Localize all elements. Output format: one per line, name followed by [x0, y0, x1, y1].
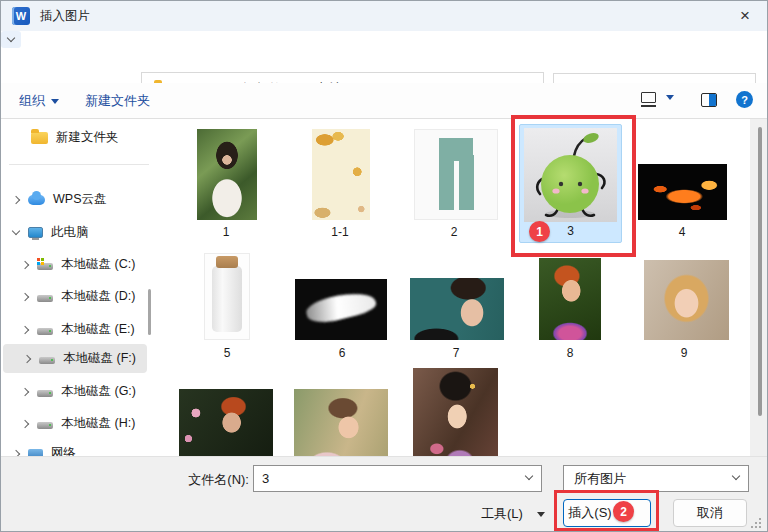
scrollbar-thumb[interactable]: [758, 127, 762, 416]
sidebar-item-label: 本地磁盘 (E:): [61, 321, 135, 338]
sidebar-item-drive-h[interactable]: 本地磁盘 (H:): [1, 409, 153, 438]
new-folder-label: 新建文件夹: [85, 92, 150, 110]
file-thumbnail-1[interactable]: [197, 129, 257, 220]
view-mode-button[interactable]: [641, 92, 674, 103]
cancel-button[interactable]: 取消: [673, 499, 747, 527]
chevron-down-icon: [7, 34, 15, 42]
file-thumbnail-1-1[interactable]: [312, 129, 370, 220]
sidebar-item-drive-c[interactable]: 本地磁盘 (C:): [1, 250, 153, 279]
organize-menu[interactable]: 组织: [19, 92, 59, 110]
chevron-down-icon: [732, 472, 740, 480]
filename-input[interactable]: [254, 466, 541, 491]
file-thumbnail-6[interactable]: [295, 279, 387, 340]
chevron-right-icon[interactable]: [21, 387, 29, 395]
drive-icon: [37, 422, 53, 429]
preview-pane-icon[interactable]: [701, 93, 717, 107]
annotation-badge-2: 2: [613, 501, 634, 522]
organize-label: 组织: [19, 92, 45, 110]
cloud-icon: [28, 195, 45, 205]
recent-locations-button[interactable]: [1, 31, 21, 48]
drive-icon: [37, 328, 53, 335]
sidebar-item-label: WPS云盘: [53, 191, 106, 208]
file-thumbnail-2[interactable]: [414, 129, 498, 220]
chevron-right-icon[interactable]: [12, 449, 20, 456]
sidebar-item-drive-d[interactable]: 本地磁盘 (D:): [1, 282, 153, 311]
title-bar: W 插入图片 ×: [1, 1, 767, 31]
file-label: 6: [302, 346, 382, 360]
file-label: 1: [186, 225, 266, 239]
sidebar-scrollbar[interactable]: [148, 289, 151, 335]
file-label: 5: [187, 346, 267, 360]
computer-icon: [28, 227, 43, 238]
tools-menu[interactable]: 工具(L): [481, 505, 545, 523]
file-label: 8: [530, 346, 610, 360]
dropdown-arrow-icon: [51, 99, 59, 104]
sidebar-item-drive-e[interactable]: 本地磁盘 (E:): [1, 315, 153, 344]
drive-icon: [39, 357, 55, 364]
drive-icon: [37, 390, 53, 397]
chevron-right-icon[interactable]: [21, 419, 29, 427]
file-label: 1-1: [300, 225, 380, 239]
filename-label: 文件名(N):: [111, 471, 249, 489]
file-label: 4: [642, 225, 722, 239]
sidebar-item-new-folder[interactable]: 新建文件夹: [1, 123, 153, 152]
file-thumbnail-5[interactable]: [204, 253, 250, 340]
sidebar-item-label: 本地磁盘 (D:): [61, 288, 135, 305]
drive-icon: [37, 295, 53, 302]
new-folder-button[interactable]: 新建文件夹: [85, 92, 150, 110]
file-label: 7: [416, 346, 496, 360]
filetype-value: 所有图片: [574, 471, 626, 486]
insert-picture-dialog: W 插入图片 × ← → ↑ « PS2022视频教程 › 素材 › 12 组织: [0, 0, 768, 532]
navigation-bar: ← → ↑ « PS2022视频教程 › 素材 › 12: [1, 31, 767, 83]
sidebar-item-label: 网络: [51, 445, 76, 456]
sidebar-item-drive-f[interactable]: 本地磁盘 (F:): [3, 344, 147, 373]
file-label: 9: [644, 346, 724, 360]
chevron-down-icon[interactable]: [12, 227, 20, 235]
tools-label: 工具(L): [481, 505, 523, 523]
filetype-select[interactable]: 所有图片: [563, 465, 749, 492]
system-drive-icon: [37, 263, 53, 270]
thumbnail-view-icon: [641, 92, 656, 103]
sidebar-item-label: 本地磁盘 (F:): [63, 350, 136, 367]
annotation-badge-1: 1: [529, 221, 550, 242]
help-button[interactable]: ?: [736, 91, 753, 108]
windows-logo-icon: [37, 258, 40, 261]
sidebar-divider: [9, 164, 149, 165]
sidebar-item-label: 本地磁盘 (G:): [61, 383, 136, 400]
sidebar-item-label: 本地磁盘 (C:): [61, 256, 135, 273]
chevron-right-icon[interactable]: [21, 325, 29, 333]
navigation-sidebar: 新建文件夹 WPS云盘 此电脑 本地磁盘 (C:) 本地磁盘 (D:) 本地磁盘…: [1, 119, 161, 456]
folder-icon: [31, 132, 48, 144]
sidebar-item-network[interactable]: 网络: [1, 439, 153, 456]
content-scrollbar[interactable]: [750, 119, 768, 456]
dropdown-arrow-icon: [537, 512, 545, 517]
cancel-label: 取消: [697, 504, 723, 522]
command-bar: 组织 新建文件夹 ?: [1, 83, 767, 119]
file-thumbnail-8[interactable]: [539, 258, 601, 340]
dialog-title: 插入图片: [40, 8, 90, 25]
file-thumbnail-4[interactable]: [638, 164, 727, 220]
sidebar-item-drive-g[interactable]: 本地磁盘 (G:): [1, 377, 153, 406]
sidebar-item-this-pc[interactable]: 此电脑: [1, 218, 153, 247]
chevron-right-icon[interactable]: [12, 195, 20, 203]
resize-grip[interactable]: [751, 517, 762, 528]
annotation-box-step2: [554, 490, 659, 531]
file-label: 2: [414, 225, 494, 239]
filename-field: [253, 465, 542, 492]
file-thumbnail-9[interactable]: [644, 260, 729, 340]
file-thumbnail-row3-1[interactable]: [179, 389, 273, 456]
sidebar-item-wps-cloud[interactable]: WPS云盘: [1, 185, 153, 214]
sidebar-item-label: 此电脑: [51, 224, 89, 241]
network-icon: [28, 449, 43, 457]
file-grid: 3 1: [161, 119, 749, 456]
file-thumbnail-row3-2[interactable]: [294, 389, 388, 456]
file-thumbnail-row3-3[interactable]: [413, 368, 498, 456]
chevron-right-icon[interactable]: [21, 260, 29, 268]
chevron-right-icon[interactable]: [23, 354, 31, 362]
close-icon[interactable]: ×: [731, 4, 759, 28]
sidebar-item-label: 本地磁盘 (H:): [61, 415, 135, 432]
chevron-right-icon[interactable]: [21, 292, 29, 300]
file-thumbnail-7[interactable]: [410, 278, 504, 340]
sidebar-item-label: 新建文件夹: [56, 129, 119, 146]
dropdown-arrow-icon: [666, 95, 674, 100]
